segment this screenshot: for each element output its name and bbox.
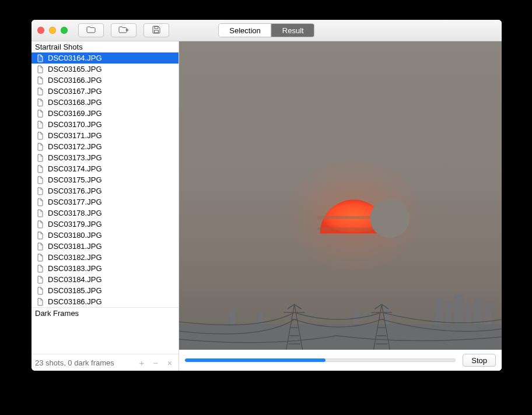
- file-name: DSC03174.JPG: [48, 164, 102, 173]
- file-icon: [36, 76, 44, 85]
- file-name: DSC03173.JPG: [48, 153, 102, 162]
- file-row[interactable]: DSC03164.JPG: [32, 52, 178, 64]
- file-row[interactable]: DSC03181.JPG: [32, 241, 178, 252]
- file-name: DSC03183.JPG: [48, 264, 102, 273]
- toolbar-buttons: [78, 23, 169, 37]
- file-row[interactable]: DSC03167.JPG: [32, 86, 178, 97]
- file-row[interactable]: DSC03172.JPG: [32, 141, 178, 152]
- file-icon: [36, 276, 44, 284]
- close-window-button[interactable]: [37, 27, 44, 34]
- file-list[interactable]: DSC03164.JPGDSC03165.JPGDSC03166.JPGDSC0…: [32, 52, 178, 307]
- file-row[interactable]: DSC03182.JPG: [32, 252, 178, 263]
- file-row[interactable]: DSC03166.JPG: [32, 75, 178, 86]
- image-preview: [179, 41, 502, 350]
- tab-selection[interactable]: Selection: [219, 24, 271, 37]
- file-name: DSC03166.JPG: [48, 76, 102, 85]
- svg-rect-0: [155, 26, 158, 29]
- file-name: DSC03172.JPG: [48, 142, 102, 151]
- file-name: DSC03164.JPG: [48, 54, 102, 62]
- file-icon: [36, 209, 44, 217]
- sidebar: Startrail Shots DSC03164.JPGDSC03165.JPG…: [32, 41, 179, 371]
- view-mode-segmented: Selection Result: [218, 23, 314, 37]
- file-icon: [36, 287, 44, 295]
- file-row[interactable]: DSC03180.JPG: [32, 230, 178, 241]
- svg-rect-9: [454, 295, 463, 326]
- remove-button[interactable]: −: [150, 358, 161, 368]
- file-icon: [36, 254, 44, 262]
- file-icon: [36, 143, 44, 151]
- progress-fill: [185, 358, 326, 362]
- tab-result[interactable]: Result: [271, 24, 314, 37]
- file-row[interactable]: DSC03174.JPG: [32, 163, 178, 174]
- file-icon: [36, 87, 44, 96]
- add-button[interactable]: +: [136, 358, 147, 368]
- file-row[interactable]: DSC03184.JPG: [32, 274, 178, 285]
- file-icon: [36, 242, 44, 251]
- file-name: DSC03169.JPG: [48, 109, 102, 118]
- file-name: DSC03181.JPG: [48, 242, 102, 251]
- svg-point-6: [370, 198, 410, 238]
- file-row[interactable]: DSC03171.JPG: [32, 130, 178, 141]
- file-icon: [36, 198, 44, 206]
- file-icon: [36, 132, 44, 140]
- file-icon: [36, 121, 44, 129]
- file-row[interactable]: DSC03173.JPG: [32, 152, 178, 163]
- svg-rect-17: [179, 324, 502, 350]
- progress-bar: [185, 358, 456, 362]
- file-icon: [36, 176, 44, 184]
- main-panel: Stop: [179, 41, 502, 371]
- titlebar: Selection Result: [32, 20, 502, 41]
- file-name: DSC03185.JPG: [48, 286, 102, 295]
- file-icon: [36, 54, 44, 62]
- file-row[interactable]: DSC03186.JPG: [32, 296, 178, 307]
- app-window: Selection Result Startrail Shots DSC0316…: [32, 20, 502, 371]
- dark-frames-section-header: Dark Frames: [32, 307, 178, 319]
- file-name: DSC03175.JPG: [48, 175, 102, 184]
- file-name: DSC03165.JPG: [48, 65, 102, 73]
- file-row[interactable]: DSC03168.JPG: [32, 97, 178, 108]
- file-row[interactable]: DSC03165.JPG: [32, 64, 178, 75]
- clear-button[interactable]: ×: [164, 358, 175, 368]
- file-icon: [36, 298, 44, 306]
- file-name: DSC03184.JPG: [48, 275, 102, 284]
- file-row[interactable]: DSC03170.JPG: [32, 119, 178, 130]
- svg-rect-15: [229, 310, 235, 326]
- window-controls: [37, 27, 68, 34]
- dark-frames-list[interactable]: [32, 319, 178, 354]
- file-name: DSC03182.JPG: [48, 253, 102, 262]
- file-icon: [36, 265, 44, 273]
- file-icon: [36, 110, 44, 118]
- file-row[interactable]: DSC03176.JPG: [32, 185, 178, 196]
- file-icon: [36, 99, 44, 107]
- open-folder-button[interactable]: [78, 23, 104, 37]
- file-row[interactable]: DSC03178.JPG: [32, 207, 178, 219]
- file-name: DSC03170.JPG: [48, 120, 102, 129]
- file-name: DSC03167.JPG: [48, 87, 102, 96]
- file-name: DSC03168.JPG: [48, 98, 102, 107]
- file-name: DSC03186.JPG: [48, 297, 102, 306]
- file-row[interactable]: DSC03185.JPG: [32, 285, 178, 296]
- save-button[interactable]: [144, 23, 169, 37]
- bottom-bar: Stop: [179, 350, 502, 371]
- file-name: DSC03177.JPG: [48, 198, 102, 206]
- svg-rect-1: [155, 30, 159, 33]
- file-row[interactable]: DSC03183.JPG: [32, 263, 178, 274]
- minimize-window-button[interactable]: [49, 27, 56, 34]
- status-text: 23 shots, 0 dark frames: [35, 358, 114, 367]
- window-body: Startrail Shots DSC03164.JPGDSC03165.JPG…: [32, 41, 502, 371]
- file-icon: [36, 165, 44, 173]
- file-icon: [36, 187, 44, 195]
- file-row[interactable]: DSC03177.JPG: [32, 196, 178, 207]
- file-name: DSC03179.JPG: [48, 220, 102, 228]
- zoom-window-button[interactable]: [61, 27, 68, 34]
- file-row[interactable]: DSC03179.JPG: [32, 219, 178, 230]
- file-name: DSC03171.JPG: [48, 131, 102, 140]
- add-folder-button[interactable]: [111, 23, 136, 37]
- file-name: DSC03178.JPG: [48, 209, 102, 217]
- stop-button[interactable]: Stop: [463, 354, 496, 367]
- file-row[interactable]: DSC03175.JPG: [32, 174, 178, 185]
- folder-icon: [86, 26, 96, 35]
- file-row[interactable]: DSC03169.JPG: [32, 108, 178, 119]
- file-icon: [36, 231, 44, 240]
- file-icon: [36, 220, 44, 228]
